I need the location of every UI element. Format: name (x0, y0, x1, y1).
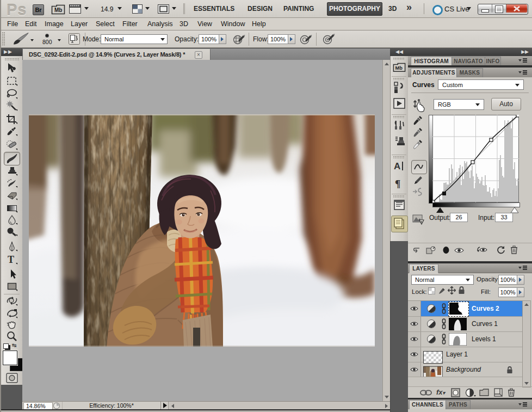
svg-text:A: A (394, 161, 400, 171)
svg-text:Mb: Mb (395, 65, 403, 71)
svg-text:T: T (8, 254, 14, 265)
svg-text:¶: ¶ (395, 178, 400, 189)
svg-text:Mb: Mb (54, 7, 62, 13)
